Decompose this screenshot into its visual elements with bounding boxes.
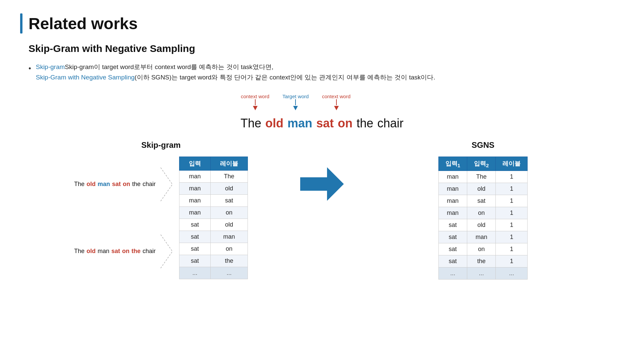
label-context-left-text: context word [241, 94, 269, 99]
svg-line-3 [161, 251, 172, 268]
arrow-down-target [293, 106, 298, 110]
table-row: manThe1 [438, 171, 528, 183]
table-cell: sat [179, 243, 211, 255]
table-cell: 1 [496, 243, 528, 255]
table-cell: ... [211, 267, 248, 279]
table-cell: the [211, 255, 248, 267]
sgns-header-label: 레이블 [496, 157, 528, 171]
table-cell: sat [467, 195, 496, 207]
table-cell: man [179, 206, 211, 219]
table-cell: old [467, 219, 496, 231]
word-the2: the [357, 116, 373, 130]
table-row: manon1 [438, 207, 528, 219]
arrow-line-right [336, 99, 337, 105]
label-target: Target word [282, 94, 309, 110]
label-context-right: context word [322, 94, 351, 110]
bracket-svg-1 [159, 164, 176, 204]
table-row: saton1 [438, 243, 528, 255]
sentence-group-1: The old man sat on the chair [74, 164, 176, 204]
table-cell: 1 [496, 255, 528, 267]
table-cell: sat [438, 231, 467, 243]
table-row: manold [179, 182, 248, 194]
word-chair: chair [377, 116, 404, 130]
table-cell: sat [179, 219, 211, 231]
table-cell: old [211, 182, 248, 194]
bracket-svg-2 [159, 231, 176, 272]
page-title: Related works [29, 14, 138, 33]
arrow-down-left [253, 106, 258, 110]
table-row: satold [179, 219, 248, 231]
arrow-line-left [255, 99, 256, 105]
table-cell: man [438, 183, 467, 195]
section-heading: Skip-Gram with Negative Sampling [29, 43, 624, 54]
table-cell: man [438, 207, 467, 219]
table-cell: 1 [496, 171, 528, 183]
word-sat: sat [316, 116, 334, 130]
table-row: ...... [179, 267, 248, 279]
bullet-text: Skip-gramSkip-gram이 target word로부터 conte… [36, 62, 435, 83]
table-cell: man [211, 231, 248, 243]
table-row: manThe [179, 170, 248, 182]
sgns-side: SGNS 입력1 입력2 레이블 manThe1manold1mansat1ma… [349, 140, 617, 280]
arrow-line-target [295, 99, 296, 105]
skipgram-side: Skip-gram The old man sat on the chair [27, 140, 295, 279]
sentence-list: The old man sat on the chair [74, 164, 176, 272]
sentence-1: The old man sat on the chair [74, 179, 156, 189]
sentence-group-2: The old man sat on the chair [74, 231, 176, 272]
big-arrow-container [300, 167, 344, 201]
table-cell: man [179, 182, 211, 194]
table-cell: ... [179, 267, 211, 279]
table-cell: man [179, 194, 211, 206]
label-context-right-text: context word [322, 94, 351, 99]
table-cell: 1 [496, 219, 528, 231]
table-row: manold1 [438, 183, 528, 195]
table-cell: on [211, 243, 248, 255]
skipgram-header-input: 입력 [179, 157, 211, 170]
table-row: ......... [438, 267, 528, 280]
table-row: satthe1 [438, 255, 528, 267]
word-on: on [338, 116, 353, 130]
table-cell: man [438, 171, 467, 183]
sgns-title: SGNS [472, 140, 494, 150]
svg-line-2 [161, 235, 172, 251]
bullet-line1: Skip-gram이 target word로부터 context word를 … [65, 63, 273, 70]
diagram-area: Skip-gram The old man sat on the chair [20, 140, 624, 280]
table-cell: 1 [496, 183, 528, 195]
word-man: man [287, 116, 312, 130]
table-cell: ... [438, 267, 467, 280]
main-sentence: The old man sat on the chair [240, 116, 404, 130]
labels-row: context word Target word context word [205, 94, 439, 114]
table-row: manon [179, 206, 248, 219]
word-old: old [265, 116, 283, 130]
table-cell: 1 [496, 207, 528, 219]
table-cell: man [467, 231, 496, 243]
table-cell: man [179, 170, 211, 182]
sgns-header-input1: 입력1 [438, 157, 467, 171]
table-row: satthe [179, 255, 248, 267]
sentence-area: context word Target word context word Th… [20, 94, 624, 130]
table-cell: on [467, 243, 496, 255]
table-row: saton [179, 243, 248, 255]
skipgram-table: 입력 레이블 manThemanoldmansatmanonsatoldsatm… [179, 157, 248, 279]
skipgram-header-label: 레이블 [211, 157, 248, 170]
word-the: The [240, 116, 261, 130]
table-cell: sat [438, 219, 467, 231]
table-cell: 1 [496, 231, 528, 243]
label-context-left: context word [241, 94, 269, 110]
table-cell: sat [179, 255, 211, 267]
table-cell: The [467, 171, 496, 183]
bullet-blue1: Skip-gram [36, 63, 65, 70]
table-row: satold1 [438, 219, 528, 231]
table-cell: sat [211, 194, 248, 206]
page-title-wrapper: Related works [20, 13, 624, 34]
table-cell: sat [179, 231, 211, 243]
table-cell: the [467, 255, 496, 267]
arrow-down-right [334, 106, 339, 110]
skipgram-content: The old man sat on the chair [27, 157, 295, 279]
table-row: satman1 [438, 231, 528, 243]
table-cell: sat [438, 255, 467, 267]
table-cell: ... [467, 267, 496, 280]
table-cell: The [211, 170, 248, 182]
arrow-area [295, 167, 349, 201]
skipgram-title: Skip-gram [141, 140, 180, 150]
